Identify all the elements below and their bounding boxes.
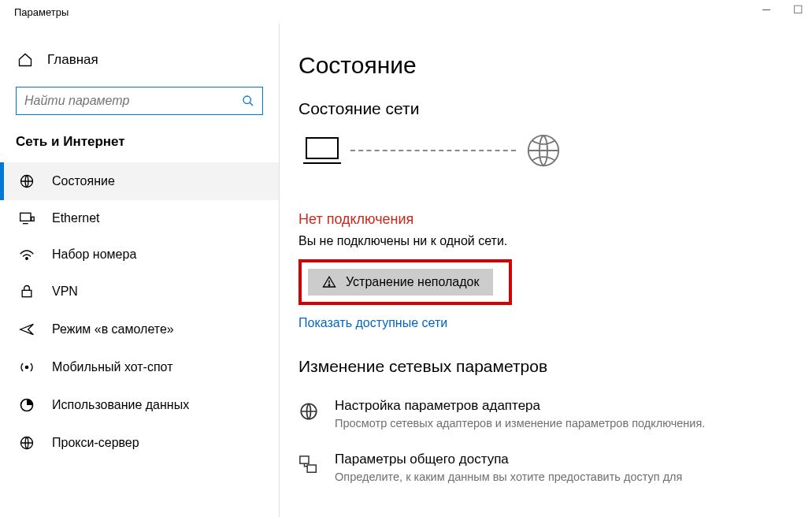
network-status-heading: Состояние сети — [298, 99, 793, 118]
maximize-button[interactable]: ☐ — [790, 3, 806, 16]
option-desc: Определите, к каким данным вы хотите пре… — [335, 471, 682, 483]
nav-label: Режим «в самолете» — [52, 322, 174, 337]
home-label: Главная — [47, 52, 98, 68]
status-icon — [19, 173, 36, 189]
connection-line — [350, 150, 516, 151]
svg-point-6 — [26, 258, 28, 260]
page-title: Состояние — [298, 52, 793, 79]
show-networks-link[interactable]: Показать доступные сети — [298, 316, 793, 330]
nav-datausage[interactable]: Использование данных — [0, 386, 279, 424]
nav-status[interactable]: Состояние — [0, 162, 279, 200]
proxy-icon — [19, 435, 36, 451]
nav-label: Ethernet — [52, 211, 99, 225]
warning-icon — [322, 275, 336, 289]
sidebar: Главная Сеть и Интернет Состояние Ethern… — [0, 24, 280, 517]
window-controls: ─ ☐ — [758, 3, 806, 16]
search-box[interactable] — [16, 87, 263, 115]
troubleshoot-button[interactable]: Устранение неполадок — [308, 269, 493, 296]
svg-rect-3 — [20, 213, 31, 221]
window-title: Параметры — [14, 6, 69, 18]
nav-label: Прокси-сервер — [52, 436, 139, 450]
datausage-icon — [19, 397, 36, 413]
troubleshoot-label: Устранение неполадок — [346, 275, 479, 289]
svg-rect-18 — [307, 465, 316, 472]
sidebar-section-title: Сеть и Интернет — [0, 131, 279, 162]
hotspot-icon — [19, 359, 36, 375]
ethernet-icon — [19, 211, 36, 225]
svg-point-15 — [328, 285, 330, 286]
main-content: Состояние Состояние сети Нет подключения… — [280, 24, 812, 517]
troubleshoot-highlight: Устранение неполадок — [298, 259, 512, 305]
svg-rect-17 — [300, 456, 309, 463]
nav-dialup[interactable]: Набор номера — [0, 236, 279, 273]
svg-rect-7 — [22, 290, 32, 296]
change-settings-heading: Изменение сетевых параметров — [298, 357, 793, 376]
svg-rect-4 — [32, 217, 34, 221]
nav-hotspot[interactable]: Мобильный хот-спот — [0, 348, 279, 386]
title-bar: Параметры — [0, 0, 812, 24]
nav-label: Состояние — [52, 174, 115, 188]
no-connection-title: Нет подключения — [298, 211, 793, 228]
svg-point-0 — [243, 96, 250, 103]
nav-vpn[interactable]: VPN — [0, 273, 279, 311]
option-desc: Просмотр сетевых адаптеров и изменение п… — [335, 417, 705, 430]
nav-ethernet[interactable]: Ethernet — [0, 200, 279, 236]
home-icon — [17, 52, 33, 68]
minimize-button[interactable]: ─ — [758, 3, 774, 16]
airplane-icon — [19, 322, 36, 337]
nav-label: Мобильный хот-спот — [52, 360, 172, 374]
dialup-icon — [19, 248, 36, 261]
svg-point-8 — [25, 366, 28, 368]
svg-rect-11 — [306, 138, 338, 158]
network-diagram — [298, 132, 793, 169]
nav-label: Использование данных — [52, 398, 189, 412]
nav-label: VPN — [52, 285, 78, 299]
option-title: Настройка параметров адаптера — [335, 398, 705, 414]
nav-airplane[interactable]: Режим «в самолете» — [0, 311, 279, 348]
search-input[interactable] — [24, 94, 242, 108]
globe-icon — [525, 132, 562, 169]
option-sharing-settings[interactable]: Параметры общего доступа Определите, к к… — [298, 452, 793, 483]
computer-icon — [303, 135, 341, 166]
adapter-icon — [298, 398, 321, 430]
nav-proxy[interactable]: Прокси-сервер — [0, 424, 279, 462]
nav-label: Набор номера — [52, 247, 136, 262]
option-title: Параметры общего доступа — [335, 452, 682, 467]
home-nav[interactable]: Главная — [0, 52, 279, 87]
search-icon — [242, 95, 254, 107]
svg-line-1 — [250, 102, 253, 106]
option-adapter-settings[interactable]: Настройка параметров адаптера Просмотр с… — [298, 398, 793, 430]
sharing-icon — [298, 452, 321, 483]
vpn-icon — [19, 284, 36, 299]
no-connection-msg: Вы не подключены ни к одной сети. — [298, 234, 793, 248]
